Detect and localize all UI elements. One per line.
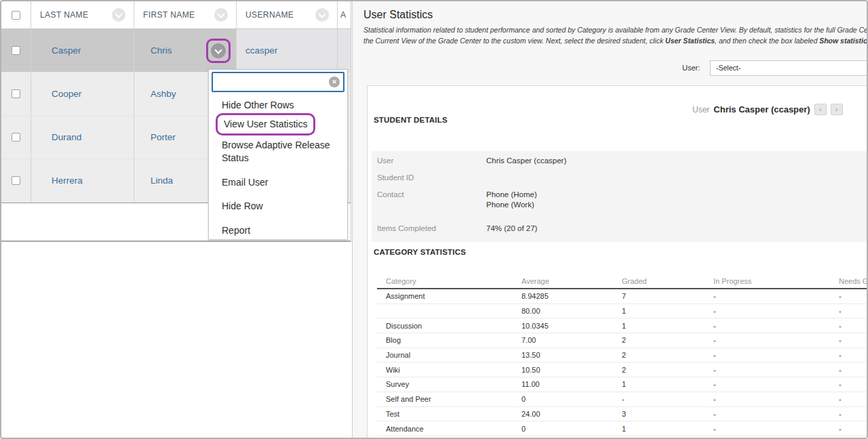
category-cell: Discussion bbox=[377, 322, 521, 330]
menu-search-input[interactable] bbox=[217, 77, 329, 88]
username-cell: ccasper bbox=[237, 29, 338, 72]
first-name-header-cell: FIRST NAME bbox=[134, 1, 237, 28]
last-name-text: Cooper bbox=[31, 89, 81, 99]
last-name-cell: Cooper bbox=[31, 72, 134, 115]
needs-grading-cell: - bbox=[839, 336, 868, 344]
table-row[interactable]: CasperChrisccasper bbox=[1, 29, 351, 72]
clear-search-icon[interactable]: ✕ bbox=[329, 77, 340, 87]
graded-cell: - bbox=[622, 395, 713, 403]
in-progress-cell: - bbox=[713, 336, 839, 344]
detail-value-line: Phone (Home) bbox=[486, 190, 537, 200]
last-name-header-label: LAST NAME bbox=[31, 10, 88, 20]
menu-item-hide-other-rows[interactable]: Hide Other Rows bbox=[222, 99, 342, 112]
row-checkbox-cell bbox=[1, 116, 31, 159]
average-cell: 10.0345 bbox=[521, 322, 622, 330]
needs-grading-cell: - bbox=[839, 425, 868, 433]
detail-label: Student ID bbox=[377, 173, 486, 183]
username-header-cell: USERNAME bbox=[237, 1, 338, 28]
row-context-menu: ✕ Hide Other RowsView User StatisticsBro… bbox=[208, 69, 348, 240]
last-name-text: Durand bbox=[31, 132, 81, 142]
category-table-row: Test24.003-- bbox=[377, 407, 868, 422]
category-statistics-table: CategoryAverageGradedIn ProgressNeeds Gr… bbox=[377, 274, 868, 436]
needs-grading-cell: - bbox=[839, 292, 868, 300]
detail-label: Items Completed bbox=[377, 224, 486, 234]
category-table-row: Assignment8.942857-- bbox=[377, 289, 868, 304]
category-cell: Self and Peer bbox=[377, 395, 521, 403]
detail-row: Items Completed74% (20 of 27) bbox=[377, 224, 537, 234]
last-name-text: Casper bbox=[31, 45, 81, 56]
category-table-row: Journal13.502-- bbox=[377, 348, 868, 363]
in-progress-cell: - bbox=[713, 351, 839, 359]
in-progress-cell: - bbox=[713, 410, 839, 418]
row-checkbox[interactable] bbox=[12, 89, 20, 98]
detail-row: Student ID bbox=[377, 173, 486, 183]
category-cell: Attendance bbox=[377, 425, 521, 433]
row-checkbox-cell bbox=[1, 72, 31, 115]
description-line2-bold2: Show statistics for current view bbox=[819, 37, 868, 45]
category-table-header-cell: Graded bbox=[622, 277, 713, 285]
category-cell: Assignment bbox=[377, 292, 521, 300]
category-table-header-cell: Needs Grading bbox=[839, 277, 868, 285]
detail-value: 74% (20 of 27) bbox=[486, 224, 537, 234]
user-nav-value: Chris Casper (ccasper) bbox=[713, 104, 810, 114]
average-cell: 10.50 bbox=[521, 366, 622, 374]
user-nav-label: User bbox=[692, 105, 709, 114]
description-line2-pre: the Current View of the Grade Center to … bbox=[363, 37, 665, 45]
screenshot-root: LAST NAME FIRST NAME USERNAME A CasperCh… bbox=[0, 0, 868, 439]
in-progress-cell: - bbox=[713, 380, 839, 388]
last-name-cell: Durand bbox=[31, 116, 134, 159]
next-user-button[interactable]: › bbox=[831, 104, 843, 115]
needs-grading-cell: - bbox=[839, 380, 868, 388]
menu-item-view-user-statistics[interactable]: View User Statistics bbox=[216, 113, 315, 135]
menu-item-email-user[interactable]: Email User bbox=[222, 176, 342, 189]
user-select-dropdown[interactable]: -Select- bbox=[710, 60, 868, 76]
first-name-text: Ashby bbox=[134, 89, 176, 99]
chevron-down-icon[interactable] bbox=[214, 8, 228, 22]
row-options-chevron-button[interactable] bbox=[211, 43, 226, 58]
in-progress-cell: - bbox=[713, 425, 839, 433]
select-all-checkbox[interactable] bbox=[12, 11, 20, 20]
first-name-text: Linda bbox=[134, 175, 173, 186]
category-table-header-cell: Category bbox=[377, 277, 521, 285]
row-checkbox[interactable] bbox=[12, 176, 20, 185]
needs-grading-cell: - bbox=[839, 395, 868, 403]
category-table-row: Blog7.002-- bbox=[377, 333, 868, 348]
category-table-row: Discussion10.03451-- bbox=[377, 318, 868, 333]
row-checkbox[interactable] bbox=[12, 46, 20, 55]
row-checkbox[interactable] bbox=[12, 133, 20, 142]
category-table-row: Wiki10.502-- bbox=[377, 362, 868, 377]
category-table-row: Self and Peer0--- bbox=[377, 392, 868, 407]
average-cell: 7.00 bbox=[521, 336, 622, 344]
chevron-down-icon[interactable] bbox=[315, 8, 329, 22]
graded-cell: 7 bbox=[622, 292, 713, 300]
menu-item-hide-row[interactable]: Hide Row bbox=[222, 200, 342, 213]
page-title: User Statistics bbox=[363, 9, 433, 21]
last-name-header-cell: LAST NAME bbox=[31, 1, 134, 28]
category-cell: Wiki bbox=[377, 366, 521, 374]
last-name-text: Herrera bbox=[31, 175, 83, 186]
needs-grading-cell: - bbox=[839, 366, 868, 374]
chevron-down-icon[interactable] bbox=[112, 8, 125, 22]
username-text: ccasper bbox=[237, 45, 277, 56]
user-statistics-pane: User Statistics Statistical information … bbox=[352, 1, 868, 439]
description-line2-mid: , and then check the box labeled bbox=[715, 37, 819, 45]
average-cell: 0 bbox=[521, 425, 622, 433]
user-select-label: User: bbox=[682, 64, 700, 72]
graded-cell: 2 bbox=[622, 351, 713, 359]
average-cell: 0 bbox=[521, 395, 622, 403]
menu-item-browse-adaptive-release-status[interactable]: Browse Adaptive Release Status bbox=[222, 139, 342, 165]
menu-item-report[interactable]: Report bbox=[222, 224, 342, 237]
select-all-cell bbox=[1, 1, 31, 28]
category-cell: Blog bbox=[377, 336, 521, 344]
average-cell: 11.00 bbox=[521, 380, 622, 388]
in-progress-cell: - bbox=[713, 292, 839, 300]
graded-cell: 2 bbox=[622, 366, 713, 374]
in-progress-cell: - bbox=[713, 307, 839, 315]
graded-cell: 2 bbox=[622, 336, 713, 344]
previous-user-button[interactable]: ‹ bbox=[814, 104, 827, 115]
detail-value-line: Phone (Work) bbox=[486, 200, 537, 210]
detail-value-line: 74% (20 of 27) bbox=[486, 224, 537, 234]
first-name-text: Porter bbox=[134, 132, 176, 142]
last-name-cell: Herrera bbox=[31, 159, 134, 202]
row-checkbox-cell bbox=[1, 29, 31, 72]
